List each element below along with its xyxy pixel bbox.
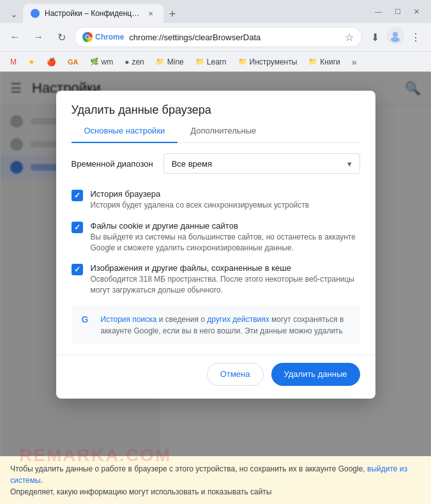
bookmark-books[interactable]: 📁 Книги bbox=[303, 56, 345, 68]
refresh-button[interactable]: ↻ bbox=[51, 27, 72, 47]
url-text: chrome://settings/clearBrowserData bbox=[129, 33, 340, 42]
time-range-value: Все время bbox=[172, 159, 212, 169]
chrome-brand-label: Chrome bbox=[95, 33, 124, 42]
google-g-icon: G bbox=[82, 314, 93, 326]
star-icon[interactable]: ☆ bbox=[345, 31, 354, 43]
folder-mine-icon: 📁 bbox=[156, 57, 165, 66]
tab-list-btn[interactable]: ⌄ bbox=[5, 5, 23, 23]
bookmark-learn-label: Learn bbox=[207, 57, 227, 66]
bookmark-wm[interactable]: 🌿 wm bbox=[85, 56, 119, 68]
checkbox-cache-desc: Освободится 318 МБ пространства. После э… bbox=[91, 274, 360, 296]
checkbox-cookies-desc: Вы выйдете из системы на большинстве сай… bbox=[91, 232, 360, 254]
new-tab-button[interactable]: + bbox=[163, 5, 181, 23]
menu-button[interactable]: ⋮ bbox=[405, 27, 426, 47]
checkbox-history-desc: История будет удалена со всех синхронизи… bbox=[91, 200, 310, 211]
bottom-bar-text: Чтобы удалить данные о работе в браузере… bbox=[10, 464, 367, 473]
search-history-link[interactable]: История поиска bbox=[101, 315, 157, 324]
checkbox-cache[interactable]: ✓ bbox=[72, 264, 83, 275]
folder-tools-icon: 📁 bbox=[238, 57, 247, 66]
close-button[interactable]: ✕ bbox=[410, 5, 423, 19]
active-tab[interactable]: Настройки – Конфиденциаль... ✕ bbox=[23, 4, 163, 23]
nav-right-buttons: ⬇ ⋮ bbox=[365, 27, 426, 47]
star-bookmark-icon: ★ bbox=[28, 57, 35, 66]
modal-overlay: Удалить данные браузера Основные настрой… bbox=[0, 72, 431, 504]
dialog-title: Удалить данные браузера bbox=[72, 103, 360, 117]
back-button[interactable]: ← bbox=[5, 27, 26, 47]
bookmark-tools[interactable]: 📁 Инструменты bbox=[233, 56, 303, 68]
dialog-scroll-area[interactable]: Временной диапозон Все время ▾ ✓ bbox=[56, 143, 375, 355]
checkbox-history-title: История браузера bbox=[91, 189, 310, 199]
wm-icon: 🌿 bbox=[90, 57, 99, 66]
tab-favicon bbox=[31, 9, 40, 18]
checkbox-history-content: История браузера История будет удалена с… bbox=[91, 189, 310, 211]
svg-point-0 bbox=[393, 32, 398, 37]
tab-close-btn[interactable]: ✕ bbox=[146, 8, 156, 19]
checkbox-check-icon: ✓ bbox=[74, 191, 80, 200]
delete-data-button[interactable]: Удалить данные bbox=[271, 363, 360, 386]
bookmark-tools-label: Инструменты bbox=[250, 57, 298, 66]
zen-icon: ● bbox=[125, 57, 129, 66]
nav-bar: ← → ↻ Chrome chrome://settings/clearBrow… bbox=[0, 23, 431, 51]
apple-icon: 🍎 bbox=[47, 57, 56, 66]
other-actions-link[interactable]: других действиях bbox=[207, 315, 269, 324]
tab-title: Настройки – Конфиденциаль... bbox=[45, 9, 140, 18]
more-bookmarks-icon: » bbox=[352, 57, 357, 67]
select-arrow-icon: ▾ bbox=[347, 159, 352, 169]
checkbox-item-history: ✓ История браузера История будет удалена… bbox=[72, 184, 360, 216]
bookmark-ga[interactable]: GA bbox=[63, 56, 84, 68]
info-text-2: и сведения о bbox=[156, 315, 207, 324]
bookmark-apple[interactable]: 🍎 bbox=[42, 56, 61, 68]
checkbox-history[interactable]: ✓ bbox=[72, 190, 83, 201]
bookmark-mine[interactable]: 📁 Mine bbox=[151, 56, 189, 68]
gmail-icon: M bbox=[10, 57, 17, 66]
page-content: ☰ Настройки 🔍 bbox=[0, 72, 431, 504]
checkbox-cookies[interactable]: ✓ bbox=[72, 222, 83, 233]
bookmark-more[interactable]: » bbox=[347, 55, 362, 69]
dialog-body: Временной диапозон Все время ▾ ✓ bbox=[56, 143, 375, 355]
ga-icon: GA bbox=[68, 58, 79, 66]
bookmark-zen-label: zen bbox=[132, 57, 144, 66]
address-bar[interactable]: Chrome chrome://settings/clearBrowserDat… bbox=[74, 27, 362, 47]
dialog-header: Удалить данные браузера Основные настрой… bbox=[56, 91, 375, 143]
bookmark-star[interactable]: ★ bbox=[23, 56, 40, 68]
checkbox-item-cache: ✓ Изображения и другие файлы, сохраненны… bbox=[72, 258, 360, 301]
dialog-footer: Отмена Удалить данные bbox=[56, 355, 375, 399]
svg-point-1 bbox=[391, 37, 400, 42]
checkbox-cache-title: Изображения и другие файлы, сохраненные … bbox=[91, 263, 360, 273]
time-range-select[interactable]: Все время ▾ bbox=[163, 153, 360, 174]
bookmark-learn[interactable]: 📁 Learn bbox=[190, 56, 232, 68]
tab-basic[interactable]: Основные настройки bbox=[72, 119, 178, 143]
checkbox-cookies-check-icon: ✓ bbox=[74, 223, 80, 232]
bookmark-mine-label: Mine bbox=[167, 57, 184, 66]
forward-button[interactable]: → bbox=[28, 27, 49, 47]
time-range-row: Временной диапозон Все время ▾ bbox=[72, 153, 360, 174]
profile-avatar[interactable] bbox=[386, 27, 404, 45]
checkbox-cookies-content: Файлы cookie и другие данные сайтов Вы в… bbox=[91, 221, 360, 254]
download-button[interactable]: ⬇ bbox=[365, 27, 385, 47]
checkbox-cache-content: Изображения и другие файлы, сохраненные … bbox=[91, 263, 360, 296]
cancel-button[interactable]: Отмена bbox=[207, 363, 264, 386]
bottom-notification-bar: Чтобы удалить данные о работе в браузере… bbox=[0, 456, 431, 504]
title-bar: ⌄ Настройки – Конфиденциаль... ✕ + — ☐ ✕ bbox=[0, 0, 431, 23]
maximize-button[interactable]: ☐ bbox=[391, 5, 405, 19]
folder-learn-icon: 📁 bbox=[195, 57, 204, 66]
bookmarks-bar: M ★ 🍎 GA 🌿 wm ● zen 📁 Mine 📁 Learn 📁 bbox=[0, 51, 431, 72]
dialog-tabs: Основные настройки Дополнительные bbox=[72, 119, 360, 143]
bookmark-zen[interactable]: ● zen bbox=[119, 56, 149, 68]
bottom-bar-text3: Определяет, какую информацию могут испол… bbox=[10, 487, 271, 496]
tab-area: ⌄ Настройки – Конфиденциаль... ✕ + bbox=[5, 0, 368, 23]
time-range-label: Временной диапозон bbox=[72, 159, 153, 169]
window-controls: — ☐ ✕ bbox=[371, 5, 426, 19]
tab-advanced[interactable]: Дополнительные bbox=[178, 119, 269, 143]
folder-books-icon: 📁 bbox=[308, 57, 317, 66]
chrome-logo-icon bbox=[82, 32, 93, 42]
clear-browser-data-dialog: Удалить данные браузера Основные настрой… bbox=[56, 91, 375, 399]
bookmark-gmail[interactable]: M bbox=[5, 56, 22, 68]
checkbox-cache-check-icon: ✓ bbox=[74, 265, 80, 274]
browser-frame: ⌄ Настройки – Конфиденциаль... ✕ + — ☐ ✕… bbox=[0, 0, 431, 504]
minimize-button[interactable]: — bbox=[371, 5, 386, 18]
info-box: G История поиска и сведения о других дей… bbox=[72, 306, 360, 344]
checkbox-item-cookies: ✓ Файлы cookie и другие данные сайтов Вы… bbox=[72, 216, 360, 259]
bottom-bar-text2: . bbox=[41, 476, 43, 485]
info-text-content: История поиска и сведения о других дейст… bbox=[101, 314, 350, 337]
